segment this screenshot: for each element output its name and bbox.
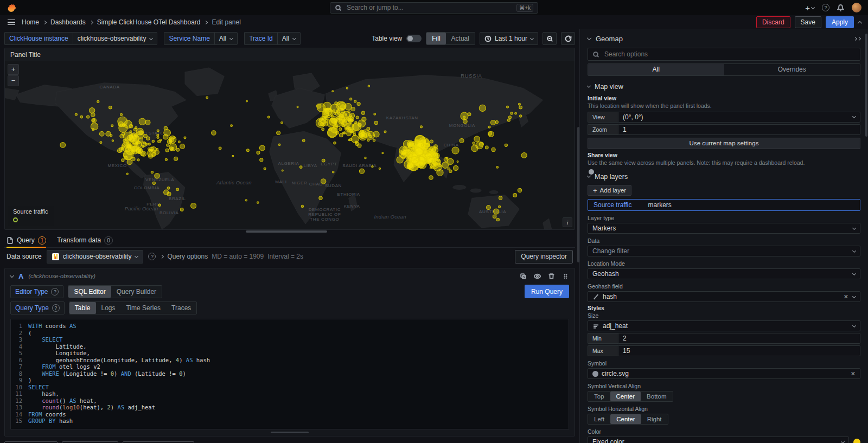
time-range-picker[interactable]: Last 1 hour [480,32,538,45]
map-canvas[interactable]: RUSSIACANADAUNITED STATESMEXICOVENEZUELA… [5,61,575,229]
variable-value-dropdown[interactable]: All [277,32,301,45]
variable-value-dropdown[interactable]: clickhouse-observability [73,32,158,45]
panel-title[interactable]: Panel Title [5,48,575,61]
location-mode-select[interactable]: Geohash [588,268,860,279]
layer-type-select[interactable]: Markers [588,223,860,234]
use-current-map-settings-button[interactable]: Use current map settings [588,138,860,149]
sql-code[interactable]: WITH coords AS( SELECT Latitude, Longitu… [28,323,569,425]
map-marker [407,163,414,170]
variable-value-dropdown[interactable]: All [214,32,238,45]
trash-icon[interactable] [548,273,555,280]
search-input[interactable] [346,3,513,12]
help-icon[interactable]: ? [51,288,59,296]
menu-icon[interactable] [7,18,16,27]
recorded-query-button[interactable]: +Recorded query [123,441,194,443]
breadcrumb-home[interactable]: Home [22,18,39,26]
eye-icon[interactable] [534,273,541,280]
sidebar-scrollbar[interactable] [865,34,867,137]
map-zoom-out-button[interactable]: − [8,75,19,86]
layer-name[interactable]: Source traffic [593,201,631,209]
valign-top[interactable]: Top [588,391,610,401]
new-button[interactable]: + [805,3,814,12]
collapse-chevron-icon[interactable] [10,273,14,278]
section-header[interactable]: Map view [588,81,860,92]
min-input[interactable]: 2 [618,333,860,344]
tab-transform-data[interactable]: Transform data 0 [57,233,112,247]
color-swatch[interactable] [853,439,860,443]
clear-icon[interactable]: ✕ [851,371,856,377]
grafana-logo[interactable] [7,3,17,13]
world-map[interactable]: RUSSIACANADAUNITED STATESMEXICOVENEZUELA… [5,61,575,229]
data-filter-select[interactable]: Change filter [588,246,860,256]
layer-item-source-traffic[interactable]: Source traffic markers [588,199,860,211]
query-type-logs[interactable]: Logs [96,302,121,314]
size-field-select[interactable]: adj_heat [588,320,860,331]
global-search[interactable]: ⌘+k [330,2,538,14]
query-type-timeseries[interactable]: Time Series [121,302,167,314]
editor-resize-handle[interactable] [271,432,309,433]
display-option-fill[interactable]: Fill [426,33,445,44]
line-number: 10 [11,384,22,391]
transform-count-badge: 0 [104,236,113,245]
sql-editor[interactable]: 123456789101112131415 WITH coords AS( SE… [10,319,569,429]
apply-button[interactable]: Apply [826,16,854,28]
map-marker [496,166,499,169]
tab-overrides[interactable]: Overrides [724,64,860,75]
map-marker [362,117,366,121]
help-icon[interactable]: ? [822,4,829,11]
map-marker [180,144,185,149]
query-row-header[interactable]: A (clickhouse-observability) [5,268,575,284]
query-type-table[interactable]: Table [69,302,96,314]
chevron-up-icon[interactable] [858,21,862,25]
breadcrumb-dashboards[interactable]: Dashboards [50,18,86,26]
symbol-valign-group: Top Center Bottom [588,391,673,402]
scrollbar-thumb[interactable] [246,230,327,233]
query-type-traces[interactable]: Traces [166,302,196,314]
valign-center[interactable]: Center [610,391,641,401]
add-query-button[interactable]: +Add query [4,441,58,443]
run-query-button[interactable]: Run Query [525,285,569,298]
avatar[interactable] [852,3,861,12]
tab-all[interactable]: All [588,64,724,75]
valign-bottom[interactable]: Bottom [641,391,672,401]
help-icon[interactable]: ? [52,304,60,312]
table-view-toggle[interactable] [406,35,422,42]
chevron-down-icon[interactable] [587,36,591,40]
query-options[interactable]: Query options MD = auto = 1909 Interval … [161,253,303,260]
sql-line: GROUP BY hash [28,418,569,425]
symbol-select[interactable]: circle.svg ✕ [588,368,860,379]
max-input[interactable]: 15 [618,345,860,356]
info-icon[interactable]: i [563,217,572,227]
geohash-field-select[interactable]: hash ✕ [588,291,860,302]
query-inspector-button[interactable]: Query inspector [515,250,573,264]
options-search-input[interactable] [603,50,856,59]
datasource-help-icon[interactable]: ? [148,253,156,260]
map-zoom-in-button[interactable]: + [8,64,19,75]
display-option-actual[interactable]: Actual [446,33,475,44]
editor-type-builder[interactable]: Query Builder [111,286,162,298]
drag-handle-icon[interactable] [562,273,569,280]
datasource-picker[interactable]: clickhouse-observability [47,250,144,264]
breadcrumb-dashboard-name[interactable]: Simple ClickHouse OTel Dashboard [97,18,201,26]
zoom-out-button[interactable] [542,32,557,45]
save-button[interactable]: Save [795,16,821,28]
refresh-button[interactable] [561,32,575,45]
color-select[interactable]: Fixed color [588,436,849,443]
expression-button[interactable]: +Expression [62,441,118,443]
add-layer-button[interactable]: +Add layer [588,185,631,196]
clear-icon[interactable]: ✕ [844,294,848,300]
zoom-input[interactable]: 1 [618,124,860,135]
copy-icon[interactable] [520,273,527,280]
discard-button[interactable]: Discard [756,16,790,28]
halign-left[interactable]: Left [588,414,610,424]
halign-center[interactable]: Center [610,414,641,424]
editor-type-sql[interactable]: SQL Editor [68,286,111,298]
section-header[interactable]: Map layers [588,171,860,182]
options-search[interactable] [588,48,860,61]
tab-query[interactable]: Query 1 [7,233,46,247]
view-select[interactable]: (0°, 0°) [618,112,860,123]
halign-right[interactable]: Right [641,414,668,424]
collapse-pane-button[interactable] [854,37,860,40]
bell-icon[interactable] [837,4,844,11]
map-marker [515,112,517,114]
